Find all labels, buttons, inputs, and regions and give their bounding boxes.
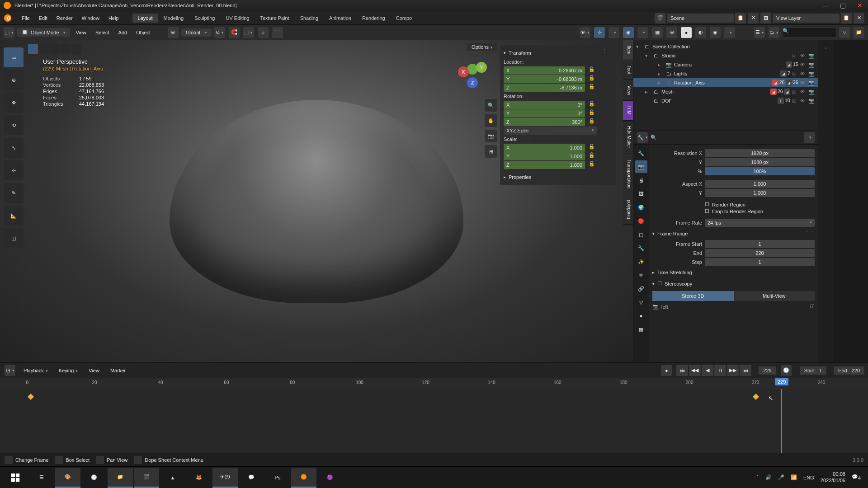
gizmo-z-axis[interactable]: Z <box>467 77 478 88</box>
tab-viewlayer-icon[interactable]: 🖼 <box>635 188 647 200</box>
workspace-sculpting[interactable]: Sculpting <box>189 14 220 23</box>
taskbar-app-7[interactable]: ✈19 <box>212 468 238 488</box>
panel-grip-icon[interactable]: ⋮⋮ <box>602 48 613 54</box>
outliner-scene-collection[interactable]: ▾🗀 Scene Collection <box>633 42 818 51</box>
tool-move-icon[interactable]: ✥ <box>4 93 24 113</box>
taskbar-firefox[interactable]: 🦊 <box>186 468 212 488</box>
tab-hdri[interactable]: Hdri Maker <box>623 121 633 154</box>
header-view[interactable]: View <box>72 28 90 37</box>
preview-range-icon[interactable]: 🕐 <box>781 365 792 376</box>
scale-y-field[interactable]: Y1.000 <box>504 152 585 160</box>
start-button[interactable] <box>3 468 28 488</box>
lock-icon[interactable]: 🔓 <box>587 144 597 152</box>
lock-icon[interactable]: 🔓 <box>587 152 597 160</box>
tab-polygoniq[interactable]: polygoniq <box>623 194 633 225</box>
close-button[interactable]: ✕ <box>855 1 864 10</box>
header-add[interactable]: Add <box>115 28 131 37</box>
tab-modifier-icon[interactable]: 🔧 <box>635 242 647 254</box>
loc-y-field[interactable]: Y-0.68003 m <box>504 75 585 83</box>
shading-dropdown-icon[interactable]: ▾ <box>724 27 735 38</box>
frame-end-field[interactable]: 220 <box>705 249 815 257</box>
lock-icon[interactable]: 🔓 <box>587 84 597 92</box>
playhead[interactable]: 229 <box>781 389 782 453</box>
menu-edit[interactable]: Edit <box>34 14 52 23</box>
framerate-dropdown[interactable]: 24 fps▾ <box>705 219 815 227</box>
checkbox-icon[interactable]: ☑ <box>792 89 799 95</box>
tab-material-icon[interactable]: ● <box>635 310 647 322</box>
lock-icon[interactable]: 🔓 <box>587 101 597 109</box>
shading-matprev-icon[interactable]: ◐ <box>695 27 706 38</box>
shading-wire-icon[interactable]: ⊕ <box>666 27 677 38</box>
transform-section[interactable]: Transform <box>504 48 612 57</box>
crop-region-checkbox[interactable]: ☐ <box>705 208 709 214</box>
outliner-dof[interactable]: 🗀 DOF ⊹10 ☑👁📷 <box>633 96 818 105</box>
stereoscopy-section[interactable]: ☐Stereoscopy <box>652 278 815 289</box>
pause-icon[interactable]: ⏸ <box>714 365 726 376</box>
taskbar-blender[interactable]: 🟠 <box>291 468 316 488</box>
outliner-studio[interactable]: ▾🗀 Studio ☑👁📷 <box>633 51 818 60</box>
tab-rim[interactable]: RIM <box>623 101 633 120</box>
shading-rendered-icon[interactable]: ◉ <box>710 27 721 38</box>
timeline-marker-menu[interactable]: Marker <box>107 366 129 375</box>
eye-icon[interactable]: 👁 <box>800 80 807 86</box>
snap-icon[interactable]: 🧲 <box>229 27 240 38</box>
keyframe-icon[interactable] <box>752 394 759 400</box>
visibility-icon[interactable]: 👁▾ <box>580 27 590 38</box>
keyframe-icon[interactable] <box>28 394 34 400</box>
scene-browse-icon[interactable]: 🎬 <box>655 13 665 23</box>
network-icon[interactable]: 📶 <box>791 474 797 480</box>
select-invert-icon[interactable] <box>71 44 81 54</box>
viewlayer-new-icon[interactable]: 📋 <box>841 13 852 23</box>
scale-z-field[interactable]: Z1.000 <box>504 161 585 169</box>
tab-tool-icon[interactable]: 🔧 <box>635 147 647 160</box>
taskview-button[interactable]: ☰ <box>29 468 54 488</box>
eye-icon[interactable]: 👁 <box>800 62 807 68</box>
checkbox-icon[interactable]: ☑ <box>792 53 799 59</box>
lock-icon[interactable]: 🔓 <box>587 109 597 117</box>
tray-expand-icon[interactable]: ˄ <box>756 474 759 480</box>
expand-icon[interactable]: ‹ <box>820 41 832 55</box>
menu-file[interactable]: File <box>17 14 34 23</box>
outliner-lights[interactable]: ▸🗀 Lights ◢7 ☑👁📷 <box>633 69 818 78</box>
language-indicator[interactable]: ENG <box>803 475 814 480</box>
taskbar-photoshop[interactable]: Ps <box>265 468 290 488</box>
start-frame-field[interactable]: Start1 <box>800 366 826 375</box>
tab-view[interactable]: View <box>623 80 633 101</box>
overlay-toggle-icon[interactable]: ◉ <box>623 27 634 38</box>
camera-view-icon[interactable]: 📷 <box>485 130 497 142</box>
workspace-texture[interactable]: Texture Paint <box>255 14 294 23</box>
tab-transportation[interactable]: Transportation <box>623 154 633 194</box>
options-dropdown[interactable]: Options▾ <box>467 43 497 51</box>
lock-icon[interactable]: 🔓 <box>587 161 597 169</box>
resolution-y-field[interactable]: 1080 px <box>705 158 815 166</box>
taskbar-app-4[interactable]: 🎬 <box>134 468 159 488</box>
frame-step-field[interactable]: 1 <box>705 258 815 266</box>
gizmo-y-axis[interactable]: Y <box>476 62 487 73</box>
autokey-icon[interactable]: ● <box>661 365 672 376</box>
eye-icon[interactable]: 👁 <box>800 89 807 95</box>
camera-icon[interactable]: 📷 <box>808 80 816 86</box>
left-checkbox[interactable]: ☑ <box>810 304 815 310</box>
lock-icon[interactable]: 🔓 <box>587 118 597 126</box>
taskbar-app-2[interactable]: 🕐 <box>81 468 107 488</box>
timeline-track[interactable]: 229 ↖ <box>0 389 868 453</box>
loc-z-field[interactable]: Z-8.7136 m <box>504 84 585 92</box>
viewlayer-delete-icon[interactable]: ✕ <box>854 13 864 23</box>
menu-render[interactable]: Render <box>52 14 77 23</box>
tool-cursor-icon[interactable]: ⊕ <box>4 70 24 90</box>
workspace-layout[interactable]: Layout <box>132 14 158 23</box>
camera-icon[interactable]: 📷 <box>808 89 816 95</box>
camera-icon[interactable]: 📷 <box>808 62 816 68</box>
mode-selector[interactable]: 🔲 Object Mode▾ <box>17 28 70 37</box>
next-key-icon[interactable]: ▶▶ <box>727 365 739 376</box>
timeline-view-menu[interactable]: View <box>85 366 103 375</box>
properties-section[interactable]: Properties <box>504 173 612 182</box>
maximize-button[interactable]: ▢ <box>838 1 847 10</box>
resolution-x-field[interactable]: 1920 px <box>705 149 815 157</box>
minimize-button[interactable]: — <box>821 1 830 10</box>
end-frame-field[interactable]: End220 <box>834 366 864 375</box>
tool-measure-icon[interactable]: 📐 <box>4 206 24 225</box>
outliner-camera[interactable]: ▸📷 Camera ◢15 👁📷 <box>633 60 818 69</box>
tab-constraint-icon[interactable]: 🔗 <box>635 282 647 295</box>
shading-solid-icon[interactable]: ● <box>681 27 692 38</box>
